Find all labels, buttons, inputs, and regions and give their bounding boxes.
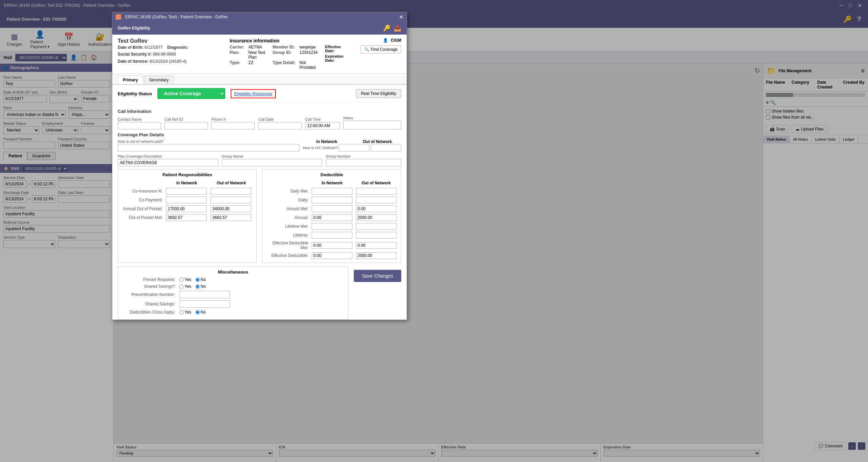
dos-label: Date of Service:: [118, 59, 149, 64]
lifetime-met-out-input[interactable]: [356, 223, 397, 230]
eff-ded-row: Effective Deductible:: [265, 251, 398, 260]
call-ref-input[interactable]: [165, 122, 208, 129]
call-ref-label: Call Ref ID:: [165, 117, 208, 121]
cross-no-label[interactable]: No: [195, 310, 206, 315]
elig-response-link[interactable]: Eligibility Response: [231, 89, 276, 98]
annual-met-out-input[interactable]: [356, 205, 397, 212]
copayment-in-input[interactable]: [166, 197, 207, 203]
modal-close-btn[interactable]: ✕: [399, 14, 403, 20]
lifetime-met-in-input[interactable]: [312, 223, 352, 230]
eff-ded-met-row: Effective Deductible Met:: [265, 240, 398, 251]
shared-savings-radio-group: Yes No: [179, 284, 206, 289]
group-name-input[interactable]: [222, 159, 323, 166]
eff-ded-met-out-input[interactable]: [356, 242, 397, 249]
precert-no-radio[interactable]: [195, 278, 200, 282]
ssn-label: Social Security #:: [118, 52, 152, 57]
group-number-input[interactable]: [326, 159, 401, 166]
uc-out-input[interactable]: [371, 144, 401, 152]
annual-in-input[interactable]: [312, 214, 352, 221]
annual-oop-row: Annual Out of Pocket:: [121, 204, 254, 213]
shared-yes-label[interactable]: Yes: [179, 284, 191, 289]
daily-met-in-input[interactable]: [312, 188, 352, 195]
coinsurance-row: Co-Insurance %:: [121, 187, 254, 196]
resp-ded-section: Patient Responsibilities In Network Out …: [118, 169, 401, 263]
out-network-header: Out of Network: [353, 139, 401, 144]
resp-in-header: In Network: [164, 179, 209, 187]
call-notes-label: Notes: [343, 116, 401, 120]
shared-no-label[interactable]: No: [195, 284, 206, 289]
precert-yes-label[interactable]: Yes: [179, 277, 191, 282]
annual-oop-out-input[interactable]: [211, 205, 251, 212]
lifetime-out-input[interactable]: [356, 232, 397, 239]
cross-yes-label[interactable]: Yes: [179, 310, 191, 315]
call-time-input[interactable]: [305, 122, 340, 129]
save-changes-btn[interactable]: Save Changes: [354, 270, 401, 282]
lifetime-met-row: Lifetime Met:: [265, 222, 398, 231]
oop-met-out-input[interactable]: [211, 214, 251, 221]
resp-title: Patient Responsibilities: [121, 172, 254, 177]
uc-in-input[interactable]: [339, 144, 369, 152]
precert-num-label: Precertification Number:: [121, 292, 175, 297]
lifetime-in-input[interactable]: [312, 232, 352, 239]
annual-met-in-input[interactable]: [312, 205, 352, 212]
tab-secondary[interactable]: Secondary: [144, 76, 174, 84]
deductibles-cross-label: Deductibles Cross Apply:: [121, 310, 175, 315]
daily-in-input[interactable]: [312, 197, 352, 203]
how-oon-input[interactable]: [118, 144, 300, 152]
call-date-input[interactable]: [258, 122, 302, 129]
group-id-value: 12341234: [300, 50, 320, 60]
eligibility-modal: ERFAC 34185 (GoRev, Test) - Patient Over…: [112, 12, 407, 320]
copayment-row: Co-Payment:: [121, 196, 254, 204]
annual-out-input[interactable]: [356, 214, 397, 221]
plan-desc-input[interactable]: [118, 159, 218, 166]
call-time-label: Call Time: [305, 117, 340, 121]
find-coverage-btn[interactable]: 🔍 Find Coverage: [361, 45, 401, 54]
elig-profile-icon[interactable]: 🔑: [383, 24, 390, 32]
find-coverage-icon: 🔍: [364, 47, 369, 52]
modal-body: Call Information Contact Name Call Ref I…: [112, 103, 407, 320]
resp-table: In Network Out of Network Co-Insurance %…: [121, 179, 254, 222]
member-id-value: weqetqw: [300, 45, 320, 49]
shared-yes-radio[interactable]: [179, 284, 184, 289]
precert-yes-radio[interactable]: [179, 278, 184, 282]
precert-no-label[interactable]: No: [195, 277, 206, 282]
type-label: Type:: [230, 60, 244, 70]
group-id-label: Group ID:: [273, 50, 295, 60]
daily-out-input[interactable]: [356, 197, 397, 203]
cross-yes-radio[interactable]: [179, 310, 184, 315]
cigm-icon: 👤: [383, 38, 388, 43]
annual-oop-in-input[interactable]: [166, 205, 207, 212]
shared-no-radio[interactable]: [195, 284, 200, 289]
precert-num-input[interactable]: [179, 291, 230, 298]
oop-met-in-input[interactable]: [166, 214, 207, 221]
eff-ded-met-in-input[interactable]: [312, 242, 352, 249]
modal-window-title: ERFAC 34185 (GoRev, Test) - Patient Over…: [125, 15, 228, 19]
call-notes-input[interactable]: [343, 121, 401, 129]
copayment-out-input[interactable]: [211, 197, 251, 203]
daily-met-out-input[interactable]: [356, 188, 397, 195]
shared-savings-val-input[interactable]: [179, 300, 230, 308]
contact-name-label: Contact Name: [118, 117, 161, 121]
how-oon-label: How is out of network paid?: [118, 139, 300, 143]
real-time-btn[interactable]: Real Time Eligibility: [356, 89, 401, 98]
modal-tabs: Primary Secondary: [112, 74, 407, 85]
member-id-label: Member ID:: [273, 45, 295, 49]
contact-name-input[interactable]: [118, 122, 161, 129]
expiration-ins-label: Expiration Date:: [325, 54, 350, 62]
call-phone-input[interactable]: [211, 122, 255, 129]
in-network-header: In Network: [303, 139, 351, 144]
elig-export-icon[interactable]: 📤: [394, 24, 401, 32]
tab-primary[interactable]: Primary: [118, 76, 143, 84]
elig-status-select[interactable]: Active Coverage: [157, 88, 225, 99]
modal-title-bar: ERFAC 34185 (GoRev, Test) - Patient Over…: [112, 12, 407, 22]
call-info-title: Call Information: [118, 109, 401, 114]
cross-no-radio[interactable]: [195, 310, 200, 315]
coinsurance-out-input[interactable]: [211, 188, 251, 195]
precert-radio-group: Yes No: [179, 277, 206, 282]
eff-ded-out-input[interactable]: [356, 252, 397, 259]
annual-row: Annual:: [265, 213, 398, 222]
eff-ded-in-input[interactable]: [312, 252, 352, 259]
cigm-label: CIGM: [391, 38, 401, 43]
coinsurance-in-input[interactable]: [166, 188, 207, 195]
oop-met-row: Out of Pocket Met:: [121, 213, 254, 222]
